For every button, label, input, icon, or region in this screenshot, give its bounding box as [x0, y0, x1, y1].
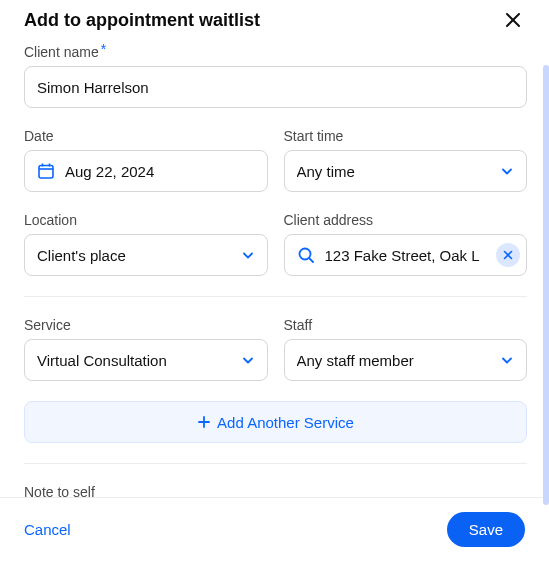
- client-address-group: Client address 123 Fake Street, Oak L: [284, 212, 528, 276]
- client-name-group: Client name* Simon Harrelson: [24, 44, 527, 108]
- chevron-down-icon: [241, 248, 255, 262]
- location-select[interactable]: Client's place: [24, 234, 268, 276]
- service-staff-row: Service Virtual Consultation Staff Any s…: [24, 317, 527, 381]
- divider: [24, 463, 527, 464]
- client-name-value: Simon Harrelson: [37, 79, 514, 96]
- date-label: Date: [24, 128, 268, 144]
- service-value: Virtual Consultation: [37, 352, 241, 369]
- date-time-row: Date Aug 22, 2024 Start time Any time: [24, 128, 527, 192]
- plus-icon: [197, 415, 211, 429]
- service-label: Service: [24, 317, 268, 333]
- start-time-group: Start time Any time: [284, 128, 528, 192]
- client-name-label-text: Client name: [24, 44, 99, 60]
- start-time-label: Start time: [284, 128, 528, 144]
- start-time-select[interactable]: Any time: [284, 150, 528, 192]
- service-select[interactable]: Virtual Consultation: [24, 339, 268, 381]
- note-label: Note to self: [24, 484, 527, 497]
- search-icon: [297, 246, 315, 264]
- chevron-down-icon: [500, 353, 514, 367]
- modal-title: Add to appointment waitlist: [24, 10, 260, 31]
- save-button[interactable]: Save: [447, 512, 525, 547]
- add-service-group: Add Another Service: [24, 401, 527, 443]
- location-label: Location: [24, 212, 268, 228]
- required-asterisk: *: [101, 41, 106, 57]
- modal-body: Client name* Simon Harrelson Date Aug 22…: [0, 32, 549, 497]
- client-address-label: Client address: [284, 212, 528, 228]
- divider: [24, 296, 527, 297]
- close-icon: [503, 250, 513, 260]
- location-group: Location Client's place: [24, 212, 268, 276]
- client-address-value: 123 Fake Street, Oak L: [325, 247, 487, 264]
- calendar-icon: [37, 162, 55, 180]
- client-name-label: Client name*: [24, 44, 527, 60]
- chevron-down-icon: [241, 353, 255, 367]
- location-value: Client's place: [37, 247, 241, 264]
- note-group: Note to self Client requested a callback…: [24, 484, 527, 497]
- staff-group: Staff Any staff member: [284, 317, 528, 381]
- svg-rect-2: [39, 166, 53, 179]
- clear-address-button[interactable]: [496, 243, 520, 267]
- client-name-input[interactable]: Simon Harrelson: [24, 66, 527, 108]
- date-picker[interactable]: Aug 22, 2024: [24, 150, 268, 192]
- svg-line-7: [309, 258, 313, 262]
- staff-select[interactable]: Any staff member: [284, 339, 528, 381]
- date-group: Date Aug 22, 2024: [24, 128, 268, 192]
- modal-header: Add to appointment waitlist: [0, 0, 549, 32]
- start-time-value: Any time: [297, 163, 501, 180]
- add-another-service-button[interactable]: Add Another Service: [24, 401, 527, 443]
- close-icon: [505, 12, 521, 28]
- client-address-input[interactable]: 123 Fake Street, Oak L: [284, 234, 528, 276]
- add-service-label: Add Another Service: [217, 414, 354, 431]
- modal-footer: Cancel Save: [0, 497, 549, 561]
- location-address-row: Location Client's place Client address 1…: [24, 212, 527, 276]
- waitlist-modal: Add to appointment waitlist Client name*…: [0, 0, 549, 561]
- date-value: Aug 22, 2024: [65, 163, 255, 180]
- cancel-button[interactable]: Cancel: [24, 521, 71, 538]
- staff-label: Staff: [284, 317, 528, 333]
- close-button[interactable]: [501, 8, 525, 32]
- chevron-down-icon: [500, 164, 514, 178]
- service-group: Service Virtual Consultation: [24, 317, 268, 381]
- staff-value: Any staff member: [297, 352, 501, 369]
